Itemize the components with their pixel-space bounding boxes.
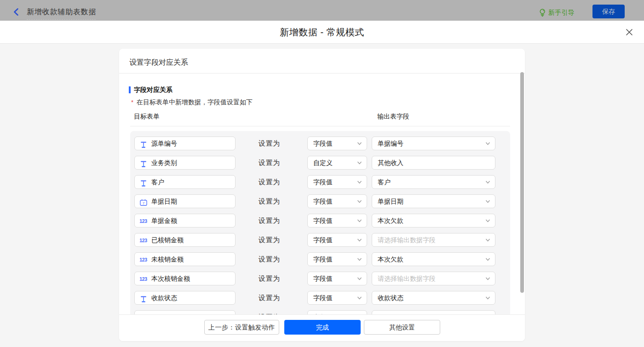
svg-text:7: 7 [142,201,144,205]
